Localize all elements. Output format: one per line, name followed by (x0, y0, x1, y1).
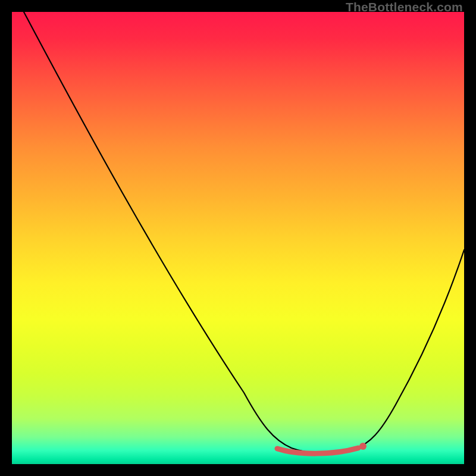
curve-svg (12, 12, 464, 464)
optimal-point-dot (359, 443, 367, 450)
plot-area (12, 12, 464, 464)
watermark-text: TheBottleneck.com (346, 0, 463, 14)
optimal-region-marker (277, 448, 358, 453)
chart-container: TheBottleneck.com (0, 0, 476, 476)
bottleneck-curve (24, 12, 464, 453)
